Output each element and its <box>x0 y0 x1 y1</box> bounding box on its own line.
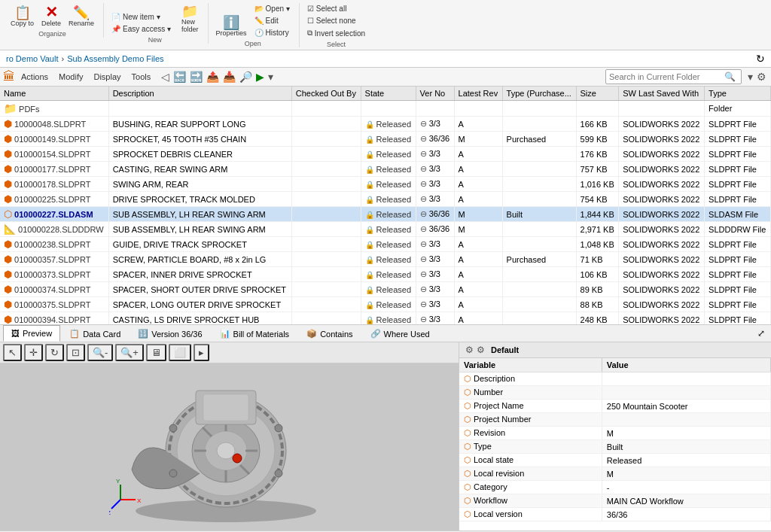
col-name[interactable]: Name <box>0 87 108 101</box>
col-latest-rev[interactable]: Latest Rev <box>454 87 502 101</box>
state-badge: 🔒 Released <box>365 270 412 279</box>
prop-value: 250 Mountain Scooter <box>602 400 770 413</box>
cell-state: 🔒 Released <box>361 297 416 312</box>
view-options-icon[interactable]: ▾ <box>746 69 754 84</box>
tab-contains[interactable]: 📦 Contains <box>298 325 361 342</box>
table-row[interactable]: ⬢ 010000149.SLDPRT SPROCKET, 45 TOOTH #3… <box>0 132 771 147</box>
expand-button[interactable]: ⤢ <box>754 327 768 340</box>
bottom-panel: ↖ ✛ ↻ ⊡ 🔍- 🔍+ 🖥 ⬜ ▸ <box>0 342 771 530</box>
search-input[interactable] <box>609 72 722 81</box>
copy-button[interactable]: 📋 Copy to <box>8 5 37 29</box>
edit-button[interactable]: ✏️ Edit <box>251 15 293 26</box>
prop-variable: ⬡Description <box>459 372 602 386</box>
modify-menu[interactable]: Modify <box>54 71 87 83</box>
nav-icon-8[interactable]: ▾ <box>267 69 275 84</box>
col-description[interactable]: Description <box>108 87 291 101</box>
col-checked-out[interactable]: Checked Out By <box>291 87 361 101</box>
tab-data-card[interactable]: 📋 Data Card <box>61 325 129 342</box>
cursor-tool[interactable]: ↖ <box>3 344 22 361</box>
more-tool[interactable]: ▸ <box>194 344 209 361</box>
pan-tool[interactable]: ✛ <box>24 344 43 361</box>
cell-size: 599 KB <box>576 132 619 147</box>
svg-point-19 <box>233 454 242 463</box>
col-state[interactable]: State <box>361 87 416 101</box>
settings-icon[interactable]: ⚙ <box>755 69 768 84</box>
col-type[interactable]: Type <box>705 87 771 101</box>
tab-bom[interactable]: 📊 Bill of Materials <box>212 325 298 342</box>
delete-button[interactable]: ✕ Delete <box>38 3 64 29</box>
cell-latest-rev: A <box>454 267 502 282</box>
table-row[interactable]: ⬢ 010000394.SLDPRT CASTING, LS DRIVE SPR… <box>0 312 771 326</box>
cell-checked-out <box>291 192 361 207</box>
nav-icon-3[interactable]: 🔜 <box>188 69 204 84</box>
col-ver-no[interactable]: Ver No <box>416 87 454 101</box>
table-row[interactable]: ⬢ 10000048.SLDPRT BUSHING, REAR SUPPORT … <box>0 117 771 132</box>
rename-button[interactable]: ✏️ Rename <box>66 5 97 29</box>
prop-variable: ⬡Revision <box>459 427 602 440</box>
col-type-purchase[interactable]: Type (Purchase... <box>502 87 576 101</box>
svg-point-14 <box>275 424 282 432</box>
table-row[interactable]: ⬡ 010000227.SLDASM SUB ASSEMBLY, LH REAR… <box>0 207 771 222</box>
nav-icon-5[interactable]: 📥 <box>221 69 237 84</box>
nav-icon-6[interactable]: 🔎 <box>238 69 254 84</box>
nav-icon-1[interactable]: ◁ <box>160 69 171 84</box>
cell-size: 71 KB <box>576 252 619 267</box>
table-row[interactable]: ⬢ 010000357.SLDPRT SCREW, PARTICLE BOARD… <box>0 252 771 267</box>
select-all-button[interactable]: ☑ Select all <box>304 3 368 14</box>
table-header-row: Name Description Checked Out By State Ve… <box>0 87 771 101</box>
cell-ver-no: ⊖ 36/36 <box>416 132 454 147</box>
open-button[interactable]: 📂 Open ▾ <box>251 3 293 14</box>
history-button[interactable]: 🕐 History <box>251 27 293 38</box>
refresh-button[interactable]: ↻ <box>756 53 765 65</box>
new-item-button[interactable]: 📄 New item ▾ <box>108 11 174 23</box>
properties-button[interactable]: ℹ️ Properties <box>213 14 250 38</box>
new-folder-button[interactable]: 📁 Newfolder <box>178 3 202 35</box>
props-row: ⬡Local state Released <box>459 454 771 467</box>
display-menu[interactable]: Display <box>89 71 125 83</box>
zoom-out-tool[interactable]: 🔍- <box>87 344 113 361</box>
table-row[interactable]: ⬢ 010000373.SLDPRT SPACER, INNER DRIVE S… <box>0 267 771 282</box>
view-type-tool[interactable]: 🖥 <box>146 344 166 361</box>
table-row[interactable]: ⬢ 010000375.SLDPRT SPACER, LONG OUTER DR… <box>0 297 771 312</box>
actions-menu[interactable]: Actions <box>17 71 53 83</box>
col-sw-saved[interactable]: SW Last Saved With <box>619 87 705 101</box>
breadcrumb-folder[interactable]: Sub Assembly Demo Files <box>67 54 163 63</box>
breadcrumb-vault[interactable]: ro Demo Vault <box>6 54 59 63</box>
select-none-button[interactable]: ☐ Select none <box>304 15 368 26</box>
prop-variable: ⬡Workflow <box>459 494 602 508</box>
cell-size: 248 KB <box>576 312 619 326</box>
easy-access-button[interactable]: 📌 Easy access ▾ <box>108 23 174 35</box>
nav-icon-7[interactable]: ▶ <box>254 69 266 84</box>
table-row[interactable]: ⬢ 010000374.SLDPRT SPACER, SHORT OUTER D… <box>0 282 771 297</box>
nav-icon-2[interactable]: 🔙 <box>172 69 187 84</box>
tab-where-used[interactable]: 🔗 Where Used <box>362 325 438 342</box>
tools-menu[interactable]: Tools <box>127 71 156 83</box>
table-row[interactable]: ⬢ 010000178.SLDPRT SWING ARM, REAR 🔒 Rel… <box>0 177 771 192</box>
table-row[interactable]: ⬢ 010000154.SLDPRT SPROCKET DEBRIS CLEAN… <box>0 147 771 162</box>
section-tool[interactable]: ⬜ <box>169 344 191 361</box>
table-row[interactable]: ⬢ 010000238.SLDPRT GUIDE, DRIVE TRACK SP… <box>0 237 771 252</box>
zoom-fit-tool[interactable]: ⊡ <box>66 344 85 361</box>
state-icon: 🔒 <box>365 316 374 324</box>
cell-checked-out <box>291 101 361 117</box>
cell-name: ⬢ 010000374.SLDPRT <box>0 282 108 297</box>
tab-preview[interactable]: 🖼 Preview <box>3 325 60 342</box>
cell-checked-out <box>291 117 361 132</box>
state-badge: 🔒 Released <box>365 255 412 264</box>
table-row[interactable]: 📁 PDFs Folder <box>0 101 771 117</box>
table-row[interactable]: ⬢ 010000177.SLDPRT CASTING, REAR SWING A… <box>0 162 771 177</box>
rotate-tool[interactable]: ↻ <box>45 344 64 361</box>
search-icon[interactable]: 🔍 <box>722 71 738 83</box>
invert-selection-button[interactable]: ⧉ Invert selection <box>304 27 368 39</box>
table-row[interactable]: ⬢ 010000225.SLDPRT DRIVE SPROCKET, TRACK… <box>0 192 771 207</box>
cell-type: SLDDDRW File <box>705 222 771 237</box>
table-row[interactable]: 📐 010000228.SLDDDRW SUB ASSEMBLY, LH REA… <box>0 222 771 237</box>
zoom-in-tool[interactable]: 🔍+ <box>115 344 144 361</box>
cell-description: SWING ARM, REAR <box>108 177 291 192</box>
vault-icon[interactable]: 🏛 <box>3 70 15 84</box>
props-row: ⬡Category - <box>459 481 771 494</box>
cell-name: ⬢ 010000225.SLDPRT <box>0 192 108 207</box>
tab-version[interactable]: 🔢 Version 36/36 <box>130 325 210 342</box>
col-size[interactable]: Size <box>576 87 619 101</box>
nav-icon-4[interactable]: 📤 <box>205 69 221 84</box>
